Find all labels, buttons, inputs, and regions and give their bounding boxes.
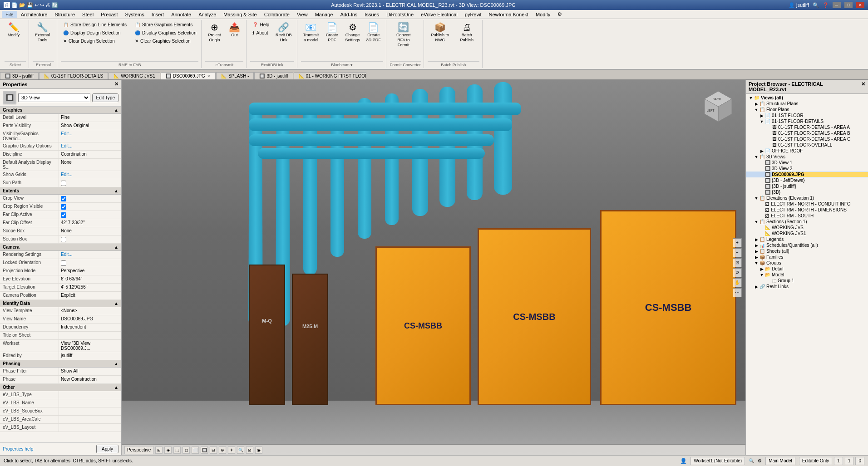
help-btn[interactable]: ❓ Help	[250, 21, 271, 29]
section-phasing[interactable]: Phasing ▲	[0, 360, 121, 368]
qat-undo[interactable]: ↩	[35, 2, 39, 8]
properties-close-icon[interactable]: ✕	[114, 81, 118, 87]
section-camera[interactable]: Camera ▲	[0, 244, 121, 251]
status-number-2[interactable]: 1	[845, 457, 854, 465]
tree-working-jvs1[interactable]: 📐 WORKING JVS1	[746, 231, 868, 236]
tree-01-1st-floor-details[interactable]: ▼ 📄 01-1ST FLOOR-DETAILS	[746, 118, 868, 124]
tree-01-1st-overall[interactable]: 🖼 01-1ST FLOOR-OVERALL	[746, 142, 868, 148]
search-icon[interactable]: 🔍	[813, 2, 819, 8]
info-icon[interactable]: ❓	[823, 2, 829, 8]
menu-issues[interactable]: Issues	[361, 11, 383, 18]
qat-print[interactable]: 🖨	[45, 2, 50, 8]
tree-structural-plans[interactable]: ▶ 📋 Structural Plans	[746, 101, 868, 107]
menu-evolve[interactable]: eVolve Electrical	[417, 11, 461, 18]
menu-dirootsone[interactable]: DiRootsOne	[383, 11, 417, 18]
tree-schedules[interactable]: ▶ 📊 Schedules/Quantities (all)	[746, 242, 868, 248]
status-number-3[interactable]: 0	[855, 457, 864, 465]
display-graphics-selection-btn[interactable]: 🔵 Display Graphics Selection	[133, 29, 199, 37]
vp-pan[interactable]: ✋	[733, 278, 742, 287]
maximize-button[interactable]: □	[844, 2, 853, 8]
tree-01-1st-floor[interactable]: ▶ 📄 01-1ST FLOOR	[746, 113, 868, 118]
view-tab-01-working-first-floor[interactable]: 📐 01 - WORKING FIRST FLOOR - PO...	[294, 72, 366, 79]
tree-group-1[interactable]: ⬚ Group 1	[746, 278, 868, 284]
qat-sync[interactable]: 🔄	[52, 2, 58, 8]
menu-architecture[interactable]: Architecture	[17, 11, 51, 18]
menu-massing[interactable]: Massing & Site	[220, 11, 260, 18]
menu-pyrevit[interactable]: pyRevit	[461, 11, 485, 18]
tree-area-c[interactable]: 🖼 01-1ST FLOOR-DETAILS - AREA C	[746, 136, 868, 142]
vp-icon-9[interactable]: ☀	[228, 446, 235, 454]
scene-container[interactable]: CS-MSBB CS-MSBB CS-MSBB M-Q M25-M	[122, 80, 745, 455]
tree-legends[interactable]: ▶ 📋 Legends	[746, 236, 868, 242]
menu-steel[interactable]: Steel	[79, 11, 97, 18]
section-box-checkbox[interactable]	[61, 237, 66, 242]
revit-db-link-button[interactable]: 🔗 Revit DBLink	[273, 21, 294, 44]
vp-icon-12[interactable]: ◉	[255, 446, 262, 454]
vp-icon-4[interactable]: ◻	[182, 446, 190, 454]
menu-structure[interactable]: Structure	[51, 11, 79, 18]
vp-icon-8[interactable]: ⊕	[219, 446, 226, 454]
store-graphics-elements-btn[interactable]: 📋 Store Graphics Elements	[133, 21, 199, 29]
properties-help-link[interactable]: Properties help	[3, 446, 33, 451]
vp-icon-3[interactable]: ⬚	[173, 446, 181, 454]
tree-office-roof[interactable]: ▶ 📄 OFFICE ROOF	[746, 148, 868, 154]
project-browser-close[interactable]: ✕	[861, 81, 865, 92]
menu-modify[interactable]: Modify	[532, 11, 554, 18]
qat-open[interactable]: 📂	[19, 2, 25, 8]
editable-only-button[interactable]: Editable Only	[799, 457, 832, 465]
crop-region-checkbox[interactable]	[61, 204, 66, 210]
tree-3d-view-1[interactable]: 🔲 3D View 1	[746, 160, 868, 166]
display-design-selection-btn[interactable]: 🔵 Display Design Selection	[61, 29, 129, 37]
change-settings-button[interactable]: ⚙ ChangeSettings	[343, 21, 362, 44]
tree-families[interactable]: ▶ 📦 Families	[746, 254, 868, 260]
tree-area-b[interactable]: 🖼 01-1ST FLOOR-DETAILS - AREA B	[746, 130, 868, 136]
menu-file[interactable]: File	[2, 11, 17, 18]
locked-orient-checkbox[interactable]	[61, 260, 66, 266]
section-extents[interactable]: Extents ▲	[0, 187, 121, 195]
out-button[interactable]: 📤 Out	[225, 21, 243, 39]
vp-zoom-in[interactable]: +	[733, 238, 742, 247]
clear-graphics-selection-btn[interactable]: ✕ Clear Graphics Selection	[133, 37, 199, 45]
menu-manage[interactable]: Manage	[311, 11, 337, 18]
tree-revit-links[interactable]: ▶ 🔗 Revit Links	[746, 284, 868, 289]
menu-analyze[interactable]: Analyze	[195, 11, 220, 18]
tree-3d-jsutliff[interactable]: 🔲 {3D - jsutliff}	[746, 183, 868, 189]
create-3d-pdf-button[interactable]: 📄 Create3D PDF	[364, 21, 383, 44]
minimize-button[interactable]: ─	[833, 2, 841, 8]
tree-elect-north-conduit[interactable]: 🖼 ELECT RM - NORTH - CONDUIT INFO	[746, 201, 868, 207]
vp-icon-7[interactable]: ⊟	[210, 446, 217, 454]
edit-type-button[interactable]: Edit Type	[92, 93, 118, 102]
tree-model-group[interactable]: ▼ 📂 Model	[746, 272, 868, 278]
tree-dsc00069[interactable]: 🔲 DSC00069.JPG	[746, 172, 868, 177]
menu-settings[interactable]: ⚙	[554, 10, 566, 18]
tree-3d-jeffdrews[interactable]: 🔲 {3D - JeffDrews}	[746, 177, 868, 183]
close-button[interactable]: ✕	[856, 2, 864, 8]
tree-3d-view-2[interactable]: 🔲 3D View 2	[746, 166, 868, 172]
far-clip-checkbox[interactable]	[61, 212, 66, 218]
tab-close-dsc[interactable]: ✕	[207, 74, 211, 78]
tree-elect-south[interactable]: 🖼 ELECT RM - SOUTH	[746, 213, 868, 219]
convert-rfa-button[interactable]: 🔄 Convert RFA to FormIt	[390, 21, 417, 49]
menu-collaborate[interactable]: Collaborate	[261, 11, 293, 18]
modify-button[interactable]: ✏️ Modify	[5, 21, 23, 39]
view-tab-working-jvs1[interactable]: 📐 WORKING JVS1	[108, 72, 160, 79]
sun-path-checkbox[interactable]	[61, 181, 66, 186]
menu-view[interactable]: View	[293, 11, 311, 18]
vp-rotate[interactable]: ↺	[733, 268, 742, 277]
vp-icon-5[interactable]: ⬜	[192, 446, 199, 454]
transmit-model-button[interactable]: 📧 Transmita model	[301, 21, 321, 44]
store-design-line-btn[interactable]: 📋 Store Design Line Elements	[61, 21, 129, 29]
qat-new[interactable]: 📄	[11, 2, 18, 8]
menu-precast[interactable]: Precast	[97, 11, 121, 18]
tree-elevations[interactable]: ▼ 📋 Elevations (Elevation 1)	[746, 195, 868, 201]
about-btn[interactable]: ℹ About	[250, 29, 271, 37]
vp-fit[interactable]: ⊡	[733, 258, 742, 267]
tree-area-a[interactable]: 🖼 01-1ST FLOOR-DETAILS - AREA A	[746, 124, 868, 130]
view-tab-3d-jsutliff-2[interactable]: 🔲 3D - jsutliff	[254, 72, 293, 79]
tree-elect-north-dim[interactable]: 🖼 ELECT RM - NORTH - DIMENSIONS	[746, 207, 868, 213]
vp-zoom-out[interactable]: −	[733, 248, 742, 257]
qat-redo[interactable]: ↪	[40, 2, 44, 8]
vp-icon-1[interactable]: ⊞	[155, 446, 163, 454]
menu-newforma[interactable]: Newforma Konekt	[485, 11, 532, 18]
tree-3d[interactable]: 🔲 {3D}	[746, 189, 868, 195]
